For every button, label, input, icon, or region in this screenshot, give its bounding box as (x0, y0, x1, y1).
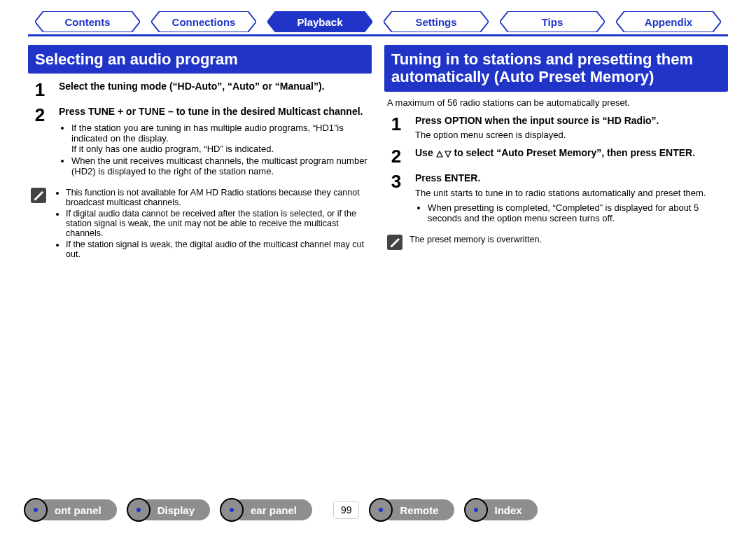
bullet: If the station you are tuning in has mul… (71, 123, 369, 154)
note-text: The preset memory is overwritten. (410, 235, 542, 250)
tab-label: Settings (384, 11, 489, 32)
svg-marker-8 (437, 151, 442, 157)
nav-front-panel[interactable]: ont panel (35, 499, 117, 520)
left-step-2: 2 Press TUNE + or TUNE – to tune in the … (31, 106, 369, 178)
nav-dot-icon (369, 498, 393, 522)
bullet: When the unit receives multicast channel… (71, 155, 369, 176)
nav-label: Index (495, 504, 522, 516)
step-number: 2 (387, 147, 405, 165)
tab-label: Tips (500, 11, 605, 32)
step-bullets: When presetting is completed, “Completed… (415, 202, 725, 223)
step-number: 1 (31, 81, 49, 99)
right-step-3: 3 Press ENTER. The unit starts to tune i… (387, 172, 725, 225)
tab-connections[interactable]: Connections (151, 11, 256, 32)
intro-text: A maximum of 56 radio stations can be au… (387, 97, 725, 108)
nav-dot-icon (24, 498, 48, 522)
step-title: Select the tuning mode (“HD-Auto”, “Auto… (59, 81, 369, 93)
pencil-icon (31, 188, 46, 203)
nav-dot-icon (220, 498, 244, 522)
nav-label: ear panel (251, 504, 297, 516)
nav-label: ont panel (55, 504, 102, 516)
left-column: Selecting an audio program 1 Select the … (28, 45, 372, 261)
tab-label: Playback (267, 11, 372, 32)
step-bullets: If the station you are tuning in has mul… (59, 123, 369, 176)
nav-label: Display (158, 504, 195, 516)
step-desc: The option menu screen is displayed. (415, 130, 725, 140)
step-title: Press ENTER. (415, 172, 725, 185)
top-tab-bar: Contents Connections Playback Settings T… (28, 7, 728, 36)
page-number: 99 (333, 501, 360, 519)
tab-contents[interactable]: Contents (35, 11, 140, 32)
right-step-1: 1 Press OPTION when the input source is … (387, 115, 725, 141)
tab-tips[interactable]: Tips (500, 11, 605, 32)
tab-settings[interactable]: Settings (384, 11, 489, 32)
nav-dot-icon (127, 498, 150, 522)
nav-label: Remote (400, 504, 438, 516)
step-number: 2 (31, 106, 49, 178)
note-item: If digital audio data cannot be received… (66, 209, 369, 238)
step-title: Press TUNE + or TUNE – to tune in the de… (59, 106, 369, 118)
bullet: When presetting is completed, “Completed… (428, 202, 725, 223)
nav-remote[interactable]: Remote (380, 499, 454, 520)
right-step-2: 2 Use to select “Auto Preset Memory”, th… (387, 147, 725, 165)
nav-index[interactable]: Index (475, 499, 538, 520)
note-block-right: The preset memory is overwritten. (387, 235, 725, 250)
tab-appendix[interactable]: Appendix (616, 11, 721, 32)
tab-label: Contents (35, 11, 140, 32)
note-list: This function is not available for AM HD… (53, 188, 369, 261)
tab-playback[interactable]: Playback (267, 11, 372, 32)
step-title: Press OPTION when the input source is “H… (415, 115, 725, 127)
note-item: This function is not available for AM HD… (66, 188, 369, 207)
tab-label: Connections (151, 11, 256, 32)
section-heading-right: Tuning in to stations and presetting the… (384, 45, 728, 92)
up-down-icon (436, 148, 451, 159)
section-heading-left: Selecting an audio program (28, 45, 372, 74)
left-step-1: 1 Select the tuning mode (“HD-Auto”, “Au… (31, 81, 369, 99)
tab-label: Appendix (616, 11, 721, 32)
note-block-left: This function is not available for AM HD… (31, 188, 369, 261)
nav-display[interactable]: Display (138, 499, 210, 520)
nav-dot-icon (464, 498, 488, 522)
step-desc: The unit starts to tune in to radio stat… (415, 188, 725, 198)
nav-rear-panel[interactable]: ear panel (231, 499, 312, 520)
step-title: Use to select “Auto Preset Memory”, then… (415, 147, 725, 160)
step-number: 3 (387, 172, 405, 225)
pencil-icon (387, 235, 402, 250)
note-item: If the station signal is weak, the digit… (66, 240, 369, 259)
svg-marker-9 (445, 151, 451, 157)
step-number: 1 (387, 115, 405, 141)
right-column: Tuning in to stations and presetting the… (384, 45, 728, 261)
bottom-nav-bar: ont panel Display ear panel 99 Remote In… (0, 499, 756, 520)
